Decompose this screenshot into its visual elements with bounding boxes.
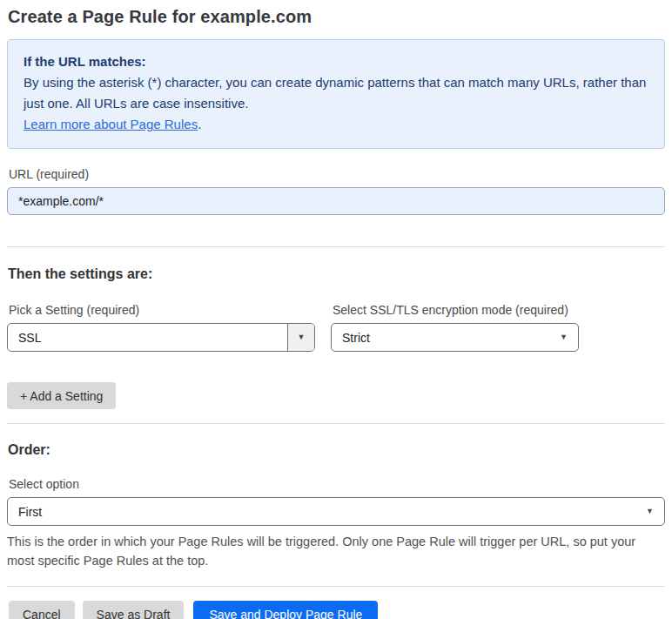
order-heading: Order: [8,442,665,458]
chevron-down-icon: ▼ [560,333,568,341]
order-select-label: Select option [9,477,665,491]
add-setting-button[interactable]: + Add a Setting [7,382,116,409]
setting-picker-label: Pick a Setting (required) [9,303,315,317]
page-title: Create a Page Rule for example.com [8,7,665,27]
url-label: URL (required) [9,167,665,181]
setting-select-arrow-box[interactable]: ▼ [287,324,314,351]
divider [7,423,665,424]
chevron-down-icon: ▼ [646,508,654,515]
setting-select-value: SSL [8,331,287,345]
setting-select[interactable]: SSL ▼ [7,323,315,352]
chevron-down-icon: ▼ [298,333,306,341]
order-select[interactable]: First ▼ [7,497,665,526]
order-select-arrow: ▼ [646,508,664,515]
ssl-mode-label: Select SSL/TLS encryption mode (required… [333,303,579,317]
ssl-mode-select-arrow: ▼ [560,333,578,341]
order-select-value: First [8,505,646,519]
settings-heading: Then the settings are: [8,266,665,282]
page-rule-form: Create a Page Rule for example.com If th… [0,0,672,619]
ssl-mode-select-value: Strict [332,331,560,345]
url-input[interactable] [7,187,665,215]
settings-pickers-row: Pick a Setting (required) SSL ▼ Select S… [7,303,665,352]
learn-more-link[interactable]: Learn more about Page Rules [24,117,198,131]
info-box-body: By using the asterisk (*) character, you… [24,72,648,114]
info-box-link-line: Learn more about Page Rules. [24,114,648,135]
link-suffix: . [198,117,201,131]
info-box-heading: If the URL matches: [24,51,648,72]
footer-actions: Cancel Save as Draft Save and Deploy Pag… [9,601,665,619]
divider [7,586,665,587]
cancel-button[interactable]: Cancel [9,601,75,619]
save-draft-button[interactable]: Save as Draft [83,601,185,619]
ssl-mode-picker-field: Select SSL/TLS encryption mode (required… [331,303,579,352]
divider [7,246,665,247]
url-match-info-box: If the URL matches: By using the asteris… [7,39,665,149]
order-help-text: This is the order in which your Page Rul… [7,532,658,570]
ssl-mode-select[interactable]: Strict ▼ [331,323,579,352]
save-deploy-button[interactable]: Save and Deploy Page Rule [193,601,378,619]
setting-picker-field: Pick a Setting (required) SSL ▼ [7,303,315,352]
